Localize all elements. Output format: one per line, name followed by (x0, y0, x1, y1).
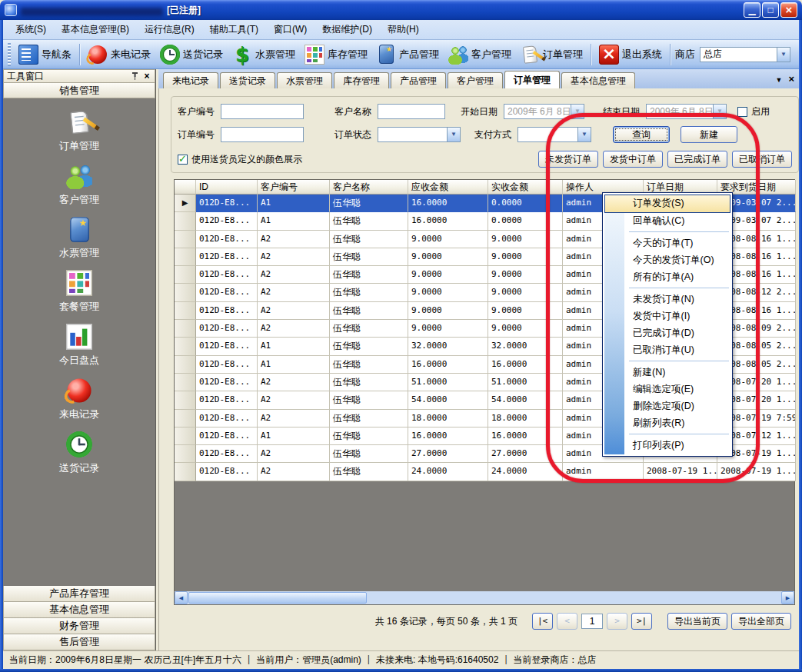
row-selector[interactable] (175, 356, 196, 374)
column-header[interactable]: ID (196, 180, 258, 195)
tab-close-icon[interactable] (788, 73, 794, 85)
sidebar-section-header[interactable]: 基本信息管理 (3, 602, 155, 618)
context-menu-item[interactable]: 刷新列表(R) (604, 415, 730, 432)
query-button[interactable]: 查询 (613, 126, 670, 143)
order-status-filter-button[interactable]: 未发货订单 (538, 151, 598, 168)
close-button[interactable] (780, 2, 797, 18)
toolbar-button[interactable]: 库存管理 (300, 43, 372, 66)
row-selector[interactable] (175, 248, 196, 266)
scrollbar-thumb[interactable] (188, 592, 367, 604)
menu-item[interactable]: 数据维护(D) (314, 21, 380, 38)
enable-date-checkbox[interactable] (737, 107, 747, 117)
column-header[interactable]: 客户编号 (258, 180, 330, 195)
order-status-filter-button[interactable]: 已完成订单 (667, 151, 727, 168)
tab[interactable]: 送货记录 (220, 72, 275, 88)
row-selector[interactable] (175, 320, 196, 338)
next-page-button[interactable]: > (607, 613, 627, 630)
pay-method-combobox[interactable] (517, 127, 591, 142)
export-current-page-button[interactable]: 导出当前页 (667, 613, 727, 630)
toolbar-button[interactable]: 水票管理 (228, 43, 300, 66)
sidebar-section-header[interactable]: 产品库存管理 (3, 586, 155, 602)
tab[interactable]: 水票管理 (277, 72, 332, 88)
deliveryman-color-checkbox[interactable] (178, 155, 188, 165)
export-all-pages-button[interactable]: 导出全部页 (731, 613, 791, 630)
chevron-down-icon[interactable] (571, 105, 584, 118)
page-number-input[interactable] (581, 614, 603, 629)
context-menu-item[interactable]: 未发货订单(N) (604, 291, 730, 308)
sidebar-item[interactable]: 今日盘点 (59, 324, 99, 368)
row-selector[interactable] (175, 410, 196, 427)
context-menu-item[interactable]: 所有的订单(A) (604, 269, 730, 286)
store-combobox[interactable]: 总店 (700, 47, 790, 62)
order-status-combobox[interactable] (378, 127, 461, 142)
context-menu-item[interactable]: 打印列表(P) (604, 437, 730, 454)
row-selector[interactable] (175, 302, 196, 320)
context-menu-item[interactable]: 今天的订单(T) (604, 235, 730, 252)
context-menu-item[interactable]: 编辑选定项(E) (604, 381, 730, 398)
menu-item[interactable]: 窗口(W) (266, 21, 314, 38)
start-date-picker[interactable]: 2009年 6月 8日 (504, 104, 584, 119)
horizontal-scrollbar[interactable] (175, 591, 794, 604)
row-selector[interactable] (175, 463, 196, 481)
row-selector[interactable] (175, 391, 196, 409)
sidebar-item[interactable]: 套餐管理 (59, 270, 99, 314)
row-selector[interactable]: ▶ (175, 195, 196, 212)
chevron-down-icon[interactable] (777, 48, 790, 62)
table-row[interactable]: 012D-E8...A2伍华聪24.000024.0000admin2008-0… (175, 463, 794, 481)
context-menu-item[interactable]: 订单发货(S) (604, 195, 730, 213)
new-button[interactable]: 新建 (681, 126, 737, 143)
row-selector[interactable] (175, 338, 196, 355)
end-date-picker[interactable]: 2009年 6月 8日 (646, 104, 727, 119)
minimize-button[interactable] (744, 2, 760, 18)
chevron-down-icon[interactable] (713, 105, 726, 118)
scroll-left-icon[interactable] (175, 591, 188, 604)
tab[interactable]: 订单管理 (504, 71, 560, 88)
row-selector[interactable] (175, 284, 196, 301)
column-header[interactable]: 实收金额 (488, 180, 563, 195)
context-menu-item[interactable]: 发货中订单(I) (604, 308, 730, 325)
row-selector[interactable] (175, 427, 196, 445)
menu-item[interactable]: 系统(S) (8, 21, 54, 38)
row-selector[interactable] (175, 231, 196, 248)
first-page-button[interactable]: |< (532, 613, 553, 630)
sidebar-item[interactable]: 客户管理 (59, 163, 99, 207)
customer-name-input[interactable] (378, 104, 445, 119)
sidebar-section-sales[interactable]: 销售管理 (3, 83, 155, 98)
toolbar-grip[interactable] (8, 43, 11, 66)
toolbar-button[interactable]: 来电记录 (83, 43, 155, 66)
sidebar-item[interactable]: 水票管理 (59, 217, 99, 260)
row-selector[interactable] (175, 445, 196, 463)
context-menu-item[interactable]: 已取消订单(U) (604, 342, 730, 359)
selector-column-header[interactable] (175, 180, 196, 195)
sidebar-section-header[interactable]: 财务管理 (3, 618, 155, 634)
context-menu-item[interactable]: 今天的发货订单(O) (604, 252, 730, 269)
context-menu-item[interactable]: 删除选定项(D) (604, 398, 730, 415)
customer-no-input[interactable] (221, 104, 304, 119)
tab[interactable]: 库存管理 (334, 72, 389, 88)
toolbar-button[interactable]: 退出系统 (594, 43, 667, 66)
tab-overflow-icon[interactable] (775, 74, 782, 85)
scroll-right-icon[interactable] (781, 591, 794, 604)
order-status-filter-button[interactable]: 已取消订单 (732, 151, 792, 168)
prev-page-button[interactable]: < (557, 613, 577, 630)
tab[interactable]: 客户管理 (448, 72, 503, 88)
sidebar-item[interactable]: 送货记录 (59, 431, 99, 475)
context-menu-item[interactable]: 新建(N) (604, 364, 730, 381)
menu-item[interactable]: 辅助工具(T) (202, 21, 266, 38)
row-selector[interactable] (175, 266, 196, 284)
last-page-button[interactable]: >| (631, 613, 652, 630)
row-selector[interactable] (175, 212, 196, 230)
maximize-button[interactable] (762, 2, 779, 18)
column-header[interactable]: 客户名称 (330, 180, 408, 195)
row-selector[interactable] (175, 374, 196, 391)
sidebar-item[interactable]: 订单管理 (59, 109, 99, 153)
sidebar-item[interactable]: 来电记录 (59, 378, 99, 421)
menu-item[interactable]: 帮助(H) (380, 21, 427, 38)
chevron-down-icon[interactable] (447, 128, 460, 141)
tab[interactable]: 产品管理 (391, 72, 446, 88)
order-status-filter-button[interactable]: 发货中订单 (603, 151, 663, 168)
order-no-input[interactable] (221, 127, 304, 142)
column-header[interactable]: 应收金额 (408, 180, 488, 195)
sidebar-close-icon[interactable] (142, 71, 151, 82)
context-menu-item[interactable]: 已完成订单(D) (604, 325, 730, 342)
